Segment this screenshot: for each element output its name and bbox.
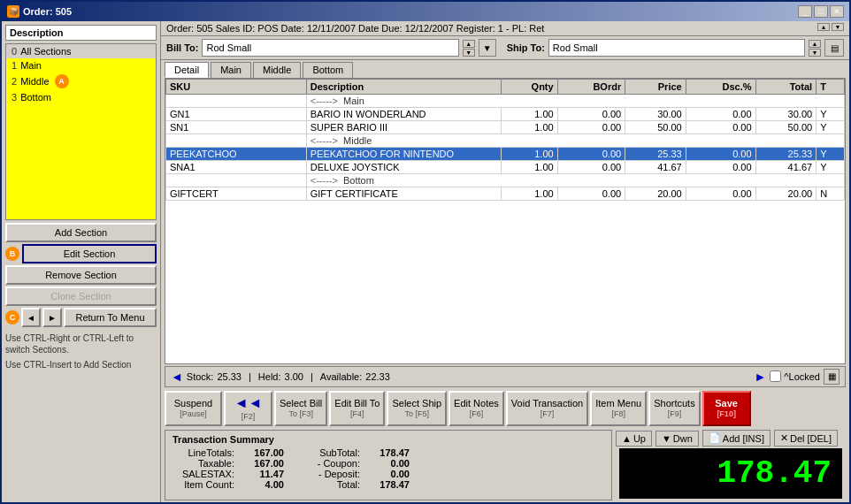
select-ship-button[interactable]: Select Ship To [F5]	[387, 391, 447, 426]
ship-down-arrow[interactable]: ▼	[809, 49, 821, 57]
void-key: [F7]	[511, 409, 583, 420]
shortcuts-button[interactable]: Shortcuts [F9]	[648, 391, 700, 426]
bill-ship-bar: Bill To: ▲ ▼ ▼ Ship To: ▲ ▼ ▤	[161, 36, 849, 60]
table-row[interactable]: PEEKATCHOO PEEKATCHOO FOR NINTENDO 1.00 …	[166, 148, 845, 161]
item-menu-button[interactable]: Item Menu [F8]	[590, 391, 647, 426]
table-cell-t: Y	[816, 161, 845, 174]
table-row[interactable]: <-----> Main	[166, 95, 845, 108]
bill-down-arrow[interactable]: ▼	[463, 49, 475, 57]
table-cell-desc: BARIO IN WONDERLAND	[306, 108, 501, 121]
save-button[interactable]: Save [F10]	[702, 391, 751, 426]
return-to-menu-button[interactable]: Return To Menu	[64, 308, 157, 327]
table-cell-total: 25.33	[755, 148, 816, 161]
table-cell-sku: SN1	[166, 121, 307, 134]
table-cell-dsc: 0.00	[686, 108, 755, 121]
section-item-all-sections[interactable]: 0 All Sections	[6, 44, 156, 58]
table-cell-t: N	[816, 187, 845, 201]
title-bar: 📦 Order: 505 _ □ ✕	[2, 2, 849, 21]
table-row[interactable]: SN1 SUPER BARIO III 1.00 0.00 50.00 0.00…	[166, 121, 845, 134]
hints-area: Use CTRL-Right or CTRL-Left to switch Se…	[5, 332, 157, 370]
table-row[interactable]: GIFTCERT GIFT CERTIFICATE 1.00 0.00 20.0…	[166, 187, 845, 201]
action-buttons-row: Suspend [Pause] ◄◄ [F2] Select Bill To […	[161, 389, 849, 428]
bill-up-arrow[interactable]: ▲	[463, 40, 475, 48]
tab-detail[interactable]: Detail	[165, 62, 209, 78]
tab-bottom[interactable]: Bottom	[303, 62, 353, 78]
edit-section-button[interactable]: Edit Section	[22, 244, 157, 263]
left-panel: Description 0 All Sections 1 Main 2 Midd…	[2, 21, 161, 502]
total-display: 178.47	[619, 448, 842, 499]
nav-right-button[interactable]: ►	[42, 308, 62, 327]
table-cell-sku	[166, 174, 307, 187]
item-menu-label: Item Menu	[595, 398, 641, 409]
save-label: Save	[715, 398, 738, 409]
down-button[interactable]: ▼ Dwn	[656, 431, 699, 447]
subtotal-value: 178.47	[365, 447, 410, 458]
remove-section-button[interactable]: Remove Section	[5, 265, 157, 285]
table-cell-desc: GIFT CERTIFICATE	[306, 187, 501, 201]
del-button[interactable]: ✕ Del [DEL]	[774, 430, 838, 447]
up-label: Up	[633, 433, 646, 444]
grid-icon[interactable]: ▦	[824, 369, 840, 385]
coupon-value: 0.00	[365, 458, 410, 469]
table-row[interactable]: GN1 BARIO IN WONDERLAND 1.00 0.00 30.00 …	[166, 108, 845, 121]
main-window: 📦 Order: 505 _ □ ✕ Description 0 All Sec…	[0, 0, 851, 504]
line-totals-row: LineTotals: 167.00	[172, 447, 284, 458]
bill-to-input[interactable]	[202, 39, 458, 57]
table-row[interactable]: <-----> Bottom	[166, 174, 845, 187]
clone-section-button[interactable]: Clone Section	[5, 286, 157, 306]
select-bill-key: To [F3]	[280, 409, 322, 420]
taxable-label: Taxable:	[172, 458, 234, 469]
f2-button[interactable]: ◄◄ [F2]	[224, 391, 272, 426]
up-arrow-icon: ▲	[622, 433, 632, 444]
deposit-value: 0.00	[365, 469, 410, 479]
line-totals-label: LineTotals:	[172, 447, 234, 458]
section-item-bottom[interactable]: 3 Bottom	[6, 90, 156, 104]
suspend-label: Suspend	[174, 398, 212, 409]
salestax-label: SALESTAX:	[172, 469, 234, 479]
ship-to-input[interactable]	[548, 39, 805, 57]
select-bill-button[interactable]: Select Bill To [F3]	[274, 391, 327, 426]
item-count-label: Item Count:	[172, 479, 234, 490]
order-info-text: Order: 505 Sales ID: POS Date: 12/11/200…	[166, 23, 544, 34]
nav-left-button[interactable]: ◄	[21, 308, 41, 327]
bill-dropdown-button[interactable]: ▼	[479, 39, 496, 57]
locked-checkbox[interactable]: ^Locked	[770, 370, 820, 382]
table-cell-total: 50.00	[755, 121, 816, 134]
minimize-button[interactable]: _	[798, 5, 812, 18]
section-item-middle[interactable]: 2 Middle A	[6, 73, 156, 90]
up-button[interactable]: ▲ Up	[616, 431, 652, 447]
tab-main[interactable]: Main	[211, 62, 251, 78]
left-button-panel: Add Section B Edit Section Remove Sectio…	[5, 223, 157, 370]
locked-check[interactable]	[770, 370, 781, 382]
table-cell-price: 30.00	[625, 108, 686, 121]
status-right-arrow[interactable]: ►	[755, 370, 767, 384]
tab-middle[interactable]: Middle	[253, 62, 301, 78]
table-cell-dsc: 0.00	[686, 187, 755, 201]
ship-dropdown-button[interactable]: ▤	[824, 39, 844, 57]
maximize-button[interactable]: □	[814, 5, 828, 18]
col-total: Total	[755, 80, 816, 95]
order-down-button[interactable]: ▼	[832, 23, 844, 31]
status-left-arrow[interactable]: ◄	[171, 370, 183, 384]
edit-notes-button[interactable]: Edit Notes [F6]	[448, 391, 504, 426]
table-cell-qnty: 1.00	[501, 187, 557, 201]
table-cell-desc: PEEKATCHOO FOR NINTENDO	[306, 148, 501, 161]
edit-bill-key: [F4]	[334, 409, 380, 420]
table-row[interactable]: SNA1 DELUXE JOYSTICK 1.00 0.00 41.67 0.0…	[166, 161, 845, 174]
add-section-button[interactable]: Add Section	[5, 223, 157, 242]
circle-c-badge: C	[5, 310, 19, 325]
ship-up-arrow[interactable]: ▲	[809, 40, 821, 48]
table-cell-t: Y	[816, 121, 845, 134]
table-wrapper[interactable]: SKU Description Qnty BOrdr Price Dsc.% T…	[165, 79, 845, 247]
table-row[interactable]: <-----> Middle	[166, 134, 845, 148]
window-title: Order: 505	[23, 6, 72, 17]
table-cell-bordr: 0.00	[557, 121, 625, 134]
close-button[interactable]: ✕	[830, 5, 844, 18]
suspend-button[interactable]: Suspend [Pause]	[165, 391, 222, 426]
add-button[interactable]: 📄 Add [INS]	[702, 430, 770, 447]
order-up-button[interactable]: ▲	[817, 23, 830, 31]
edit-bill-to-button[interactable]: Edit Bill To [F4]	[329, 391, 385, 426]
section-item-main[interactable]: 1 Main	[6, 58, 156, 73]
void-transaction-button[interactable]: Void Transaction [F7]	[506, 391, 588, 426]
deposit-row: - Deposit: 0.00	[298, 469, 410, 479]
